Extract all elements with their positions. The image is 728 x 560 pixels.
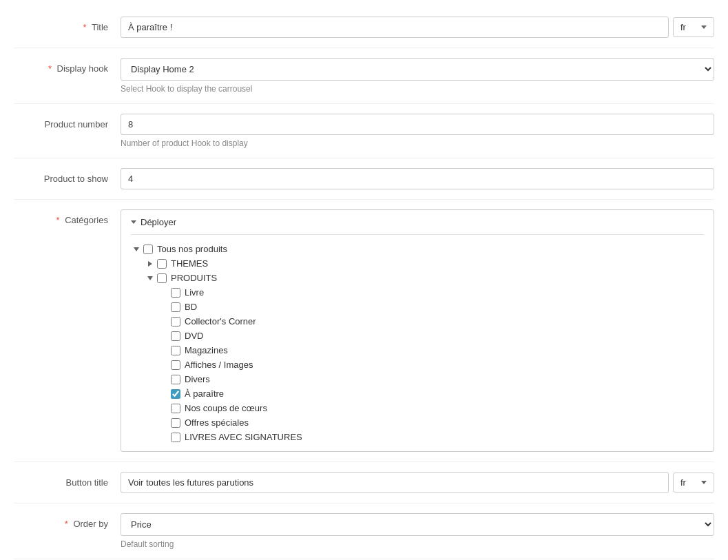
tree-node-noscoups: Nos coups de cœurs xyxy=(158,401,704,415)
tree-cb-themes[interactable] xyxy=(157,259,167,269)
required-star-order: * xyxy=(65,519,68,529)
button-title-label: Button title xyxy=(14,472,121,488)
caret-down-icon-produits xyxy=(147,276,153,280)
tree-cb-tous[interactable] xyxy=(143,245,153,254)
tree-node-bd: BD xyxy=(158,300,704,314)
deploy-header[interactable]: Déployer xyxy=(131,217,704,235)
tree-label-livres: LIVRES AVEC SIGNATURES xyxy=(185,432,302,442)
title-input-group: fr xyxy=(121,17,714,38)
order-by-content: Price Name Date Position Default sorting xyxy=(121,513,714,549)
tree-cb-livre[interactable] xyxy=(171,288,180,298)
product-number-content: Number of product Hook to display xyxy=(121,114,714,148)
button-title-input[interactable] xyxy=(121,472,669,493)
title-label: * Title xyxy=(14,17,121,32)
tree-node-aparaitre: À paraître xyxy=(158,386,704,401)
tree-node-produits: PRODUITS xyxy=(145,271,704,285)
order-by-row: * Order by Price Name Date Position Defa… xyxy=(14,504,714,559)
tree-label-magazines: Magazines xyxy=(185,345,228,355)
tree-cb-bd[interactable] xyxy=(171,302,180,312)
categories-label: * Catégories xyxy=(14,209,121,225)
tree-node-magazines: Magazines xyxy=(158,343,704,357)
display-hook-hint: Select Hook to display the carrousel xyxy=(121,84,714,94)
tree-toggle-tous[interactable] xyxy=(131,247,142,251)
tree-cb-produits[interactable] xyxy=(157,273,167,283)
caret-right-icon xyxy=(148,261,152,267)
tree-cb-divers[interactable] xyxy=(171,375,180,384)
tree-node-livres: LIVRES AVEC SIGNATURES xyxy=(158,430,704,444)
categories-content: Déployer Tous nos produits THEMES PRODUI… xyxy=(121,209,714,452)
tree-node-livre: Livre xyxy=(158,285,704,300)
required-star: * xyxy=(83,22,86,32)
tree-cb-collectors[interactable] xyxy=(171,317,180,326)
product-number-input[interactable] xyxy=(121,114,714,135)
tree-label-collectors: Collector's Corner xyxy=(185,316,256,326)
display-hook-select[interactable]: Display Home 2 Display Home 1 Display Fo… xyxy=(121,58,714,81)
tree-label-offres: Offres spéciales xyxy=(185,417,249,428)
button-title-input-group: fr xyxy=(121,472,714,493)
deploy-chevron-icon xyxy=(131,220,136,224)
order-by-label: * Order by xyxy=(14,513,121,529)
tree-label-bd: BD xyxy=(185,302,197,312)
title-row: * Title fr xyxy=(14,7,714,48)
tree-toggle-themes[interactable] xyxy=(145,261,156,267)
tree-cb-affiches[interactable] xyxy=(171,360,180,370)
tree-cb-offres[interactable] xyxy=(171,418,180,428)
product-to-show-row: Product to show xyxy=(14,158,714,200)
order-by-hint: Default sorting xyxy=(121,539,714,549)
tree-node-collectors: Collector's Corner xyxy=(158,314,704,329)
product-number-label: Product number xyxy=(14,114,121,129)
button-title-lang-selector[interactable]: fr xyxy=(673,473,714,492)
tree-label-tous: Tous nos produits xyxy=(157,244,227,254)
product-number-hint: Number of product Hook to display xyxy=(121,138,714,148)
tree-node-tous: Tous nos produits xyxy=(131,242,704,256)
product-to-show-input[interactable] xyxy=(121,168,714,189)
display-hook-content: Display Home 2 Display Home 1 Display Fo… xyxy=(121,58,714,94)
tree-cb-noscoups[interactable] xyxy=(171,404,180,413)
button-title-lang-chevron-icon xyxy=(701,481,707,484)
tree-label-dvd: DVD xyxy=(185,331,203,341)
order-by-select[interactable]: Price Name Date Position xyxy=(121,513,714,536)
tree-toggle-produits[interactable] xyxy=(145,276,156,280)
tree-label-affiches: Affiches / Images xyxy=(185,360,253,370)
title-lang-selector[interactable]: fr xyxy=(673,17,714,37)
tree-label-produits: PRODUITS xyxy=(171,273,217,283)
product-number-row: Product number Number of product Hook to… xyxy=(14,104,714,158)
tree-node-dvd: DVD xyxy=(158,329,704,343)
tree-label-divers: Divers xyxy=(185,374,210,384)
required-star-hook: * xyxy=(48,63,52,74)
product-to-show-content xyxy=(121,168,714,189)
title-content: fr xyxy=(121,17,714,38)
button-title-content: fr xyxy=(121,472,714,493)
title-input[interactable] xyxy=(121,17,669,38)
caret-down-icon xyxy=(134,247,139,251)
tree-cb-magazines[interactable] xyxy=(171,346,180,355)
tree-label-themes: THEMES xyxy=(171,258,208,269)
categories-row: * Catégories Déployer Tous nos produits … xyxy=(14,200,714,462)
tree-node-themes: THEMES xyxy=(145,256,704,271)
tree-label-livre: Livre xyxy=(185,287,204,298)
tree-label-aparaitre: À paraître xyxy=(185,388,224,399)
tree-cb-aparaitre[interactable] xyxy=(171,389,180,399)
display-hook-row: * Display hook Display Home 2 Display Ho… xyxy=(14,48,714,104)
tree-node-offres: Offres spéciales xyxy=(158,415,704,430)
categories-box: Déployer Tous nos produits THEMES PRODUI… xyxy=(121,209,714,452)
display-hook-label: * Display hook xyxy=(14,58,121,74)
title-lang-chevron-icon xyxy=(701,25,707,29)
tree-node-divers: Divers xyxy=(158,372,704,386)
tree-label-noscoups: Nos coups de cœurs xyxy=(185,403,267,413)
tree-node-affiches: Affiches / Images xyxy=(158,357,704,372)
tree-cb-dvd[interactable] xyxy=(171,331,180,341)
tree-cb-livres[interactable] xyxy=(171,433,180,442)
required-star-cat: * xyxy=(56,215,59,225)
product-to-show-label: Product to show xyxy=(14,168,121,184)
button-title-row: Button title fr xyxy=(14,462,714,504)
